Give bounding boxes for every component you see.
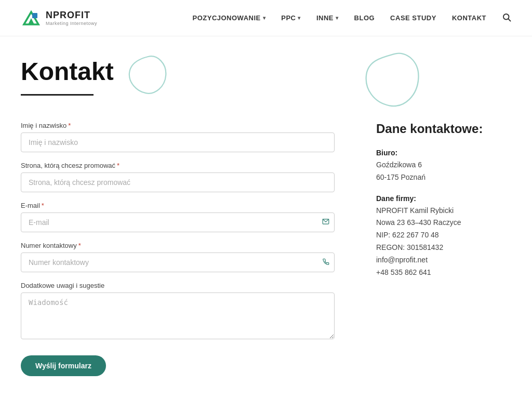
logo-icon xyxy=(21,8,42,29)
company-section: Dane firmy: NPROFIT Kamil Rybicki Nowa 2… xyxy=(376,194,511,279)
name-field-group: Imię i nazwisko* xyxy=(21,122,335,152)
content-layout: Imię i nazwisko* Strona, którą chcesz pr… xyxy=(21,122,511,376)
message-label: Dodatkowe uwagi i sugestie xyxy=(21,282,335,289)
phone-field-group: Numer kontaktowy* xyxy=(21,242,335,272)
svg-marker-1 xyxy=(28,18,34,24)
main-content: Kontakt Imię i nazwisko* Strona, którą c… xyxy=(0,36,532,407)
nav-item-inne[interactable]: INNE ▾ xyxy=(316,14,339,22)
dropdown-arrow: ▾ xyxy=(263,15,266,21)
message-field-group: Dodatkowe uwagi i sugestie xyxy=(21,282,335,341)
email-label: E-mail* xyxy=(21,202,335,209)
name-input[interactable] xyxy=(21,132,335,152)
contact-form: Imię i nazwisko* Strona, którą chcesz pr… xyxy=(21,122,335,376)
nav-item-pozycjonowanie[interactable]: POZYCJONOWANIE ▾ xyxy=(193,14,266,22)
message-textarea[interactable] xyxy=(21,293,335,339)
contact-info-column: Dane kontaktowe: Biuro: Goździkowa 6 60-… xyxy=(376,122,511,289)
search-icon xyxy=(502,12,511,22)
page-title: Kontakt xyxy=(21,57,511,86)
website-input[interactable] xyxy=(21,172,335,192)
website-field-group: Strona, którą chcesz promować* xyxy=(21,162,335,192)
logo-name: NPROFIT xyxy=(46,10,97,21)
site-header: NPROFIT Marketing Internetowy POZYCJONOW… xyxy=(0,0,532,36)
company-details: NPROFIT Kamil Rybicki Nowa 23 63–430 Rac… xyxy=(376,205,511,279)
phone-icon xyxy=(322,258,329,267)
company-label: Dane firmy: xyxy=(376,194,511,203)
dropdown-arrow: ▾ xyxy=(298,15,301,21)
email-icon xyxy=(322,218,329,227)
nav-item-case-study[interactable]: CASE STUDY xyxy=(390,14,436,22)
nav-item-ppc[interactable]: PPC ▾ xyxy=(281,14,301,22)
svg-rect-2 xyxy=(32,13,37,18)
nav-item-kontakt[interactable]: KONTAKT xyxy=(452,14,486,22)
logo-text: NPROFIT Marketing Internetowy xyxy=(46,10,97,26)
email-input[interactable] xyxy=(21,212,335,232)
email-input-wrapper xyxy=(21,212,335,232)
svg-line-4 xyxy=(508,19,510,21)
logo-subtitle: Marketing Internetowy xyxy=(46,21,97,26)
email-field-group: E-mail* xyxy=(21,202,335,232)
submit-button[interactable]: Wyślij formularz xyxy=(21,355,106,376)
website-label: Strona, którą chcesz promować* xyxy=(21,162,335,169)
main-nav: POZYCJONOWANIE ▾ PPC ▾ INNE ▾ BLOG CASE … xyxy=(193,12,512,24)
title-underline xyxy=(21,94,94,96)
logo[interactable]: NPROFIT Marketing Internetowy xyxy=(21,8,97,29)
search-button[interactable] xyxy=(502,12,511,24)
contact-info-title: Dane kontaktowe: xyxy=(376,122,511,136)
office-label: Biuro: xyxy=(376,149,511,157)
phone-input-wrapper xyxy=(21,252,335,272)
phone-input[interactable] xyxy=(21,252,335,272)
contact-form-column: Imię i nazwisko* Strona, którą chcesz pr… xyxy=(21,122,335,376)
phone-label: Numer kontaktowy* xyxy=(21,242,335,249)
office-section: Biuro: Goździkowa 6 60-175 Poznań xyxy=(376,149,511,184)
dropdown-arrow: ▾ xyxy=(336,15,339,21)
office-address: Goździkowa 6 60-175 Poznań xyxy=(376,159,511,184)
nav-item-blog[interactable]: BLOG xyxy=(354,14,375,22)
name-label: Imię i nazwisko* xyxy=(21,122,335,129)
